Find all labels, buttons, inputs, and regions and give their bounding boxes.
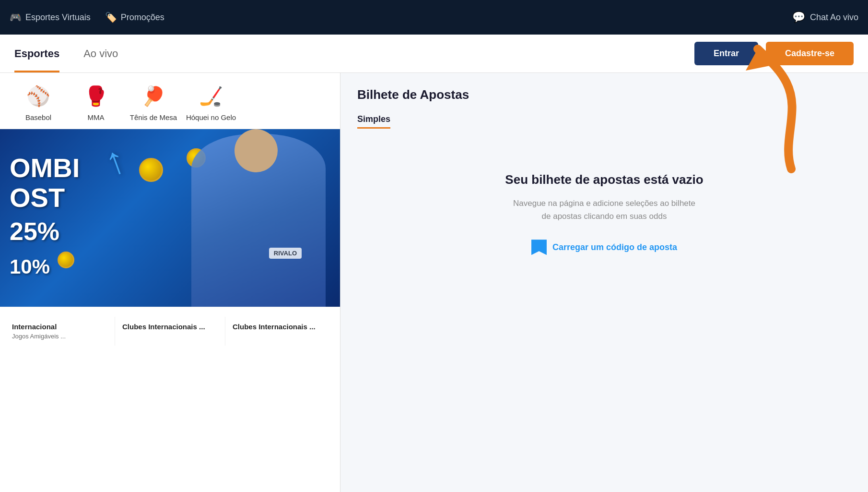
sport-item-basebol[interactable]: ⚾ Basebol — [10, 83, 67, 121]
match-card-1-title: Internacional — [12, 323, 107, 331]
match-card-3-title: Clubes Internacionais ... — [233, 323, 328, 331]
chat-icon: 💬 — [792, 11, 805, 24]
mma-label: MMA — [88, 113, 105, 121]
nav-tabs: Esportes Ao vivo — [14, 35, 118, 72]
tab-ao-vivo[interactable]: Ao vivo — [83, 35, 118, 72]
banner-title-ombi: OMBI — [10, 153, 80, 183]
top-navigation: 🎮 Esportes Virtuais 🏷️ Promoções 💬 Chat … — [0, 0, 868, 35]
top-nav-left: 🎮 Esportes Virtuais 🏷️ Promoções — [10, 12, 164, 23]
nav-item-promotions[interactable]: 🏷️ Promoções — [105, 12, 164, 23]
bet-empty-title: Seu bilhete de apostas está vazio — [367, 172, 842, 188]
bet-empty-section: Seu bilhete de apostas está vazio Navegu… — [357, 148, 851, 279]
promotions-icon: 🏷️ — [105, 12, 117, 23]
banner-percent-25: 25% — [10, 217, 80, 246]
match-card-2-title: Clubes Internacionais ... — [122, 323, 218, 331]
banner-title-ost: OST — [10, 183, 80, 213]
load-code-label: Carregar um código de aposta — [552, 242, 677, 252]
bookmark-icon — [531, 240, 547, 255]
mma-icon: 🥊 — [82, 83, 109, 109]
sport-item-hoquei-gelo[interactable]: 🏒 Hóquei no Gelo — [182, 83, 240, 121]
bet-empty-description: Navegue na página e adicione seleções ao… — [513, 197, 695, 223]
banner-text: OMBI OST 25% 10% — [10, 153, 80, 278]
rivalo-brand: RIVALO — [269, 248, 302, 259]
nav-item-virtual-sports[interactable]: 🎮 Esportes Virtuais — [10, 12, 91, 23]
tab-esportes[interactable]: Esportes — [14, 35, 59, 72]
banner-percent-10: 10% — [10, 255, 80, 278]
tenis-mesa-icon: 🏓 — [140, 83, 167, 109]
bet-tab-simples[interactable]: Simples — [357, 114, 390, 129]
hoquei-label: Hóquei no Gelo — [186, 113, 236, 121]
blue-arrow-decoration: ↑ — [98, 137, 131, 185]
chat-label: Chat Ao vivo — [810, 12, 858, 23]
sport-item-mma[interactable]: 🥊 MMA — [67, 83, 125, 121]
sport-item-tenis-mesa[interactable]: 🏓 Tênis de Mesa — [125, 83, 182, 121]
sports-icons-row: ⚾ Basebol 🥊 MMA 🏓 Tênis de Mesa 🏒 Hóquei… — [0, 73, 340, 129]
left-panel: ⚾ Basebol 🥊 MMA 🏓 Tênis de Mesa 🏒 Hóquei… — [0, 73, 340, 492]
load-code-button[interactable]: Carregar um código de aposta — [367, 240, 842, 255]
entrar-button[interactable]: Entrar — [694, 42, 758, 65]
virtual-sports-icon: 🎮 — [10, 12, 22, 23]
tenis-mesa-label: Tênis de Mesa — [130, 113, 177, 121]
cadastre-button[interactable]: Cadastre-se — [766, 42, 854, 65]
match-card-2[interactable]: Clubes Internacionais ... — [115, 317, 225, 346]
match-cards-row: Internacional Jogos Amigáveis ... Clubes… — [0, 307, 340, 355]
basebol-icon: ⚾ — [25, 83, 52, 109]
match-card-1-subtitle: Jogos Amigáveis ... — [12, 333, 107, 340]
banner-person: RIVALO — [158, 129, 340, 307]
hoquei-icon: 🏒 — [198, 83, 224, 109]
basebol-label: Basebol — [25, 113, 51, 121]
virtual-sports-label: Esportes Virtuais — [25, 12, 91, 23]
promo-banner: ↑ OMBI OST 25% 10% RIVALO — [0, 129, 340, 307]
bet-ticket-title: Bilhete de Apostas — [357, 87, 851, 102]
promotions-label: Promoções — [121, 12, 164, 23]
auth-buttons: Entrar Cadastre-se — [694, 42, 854, 65]
chat-live-button[interactable]: 💬 Chat Ao vivo — [792, 11, 858, 24]
match-card-1[interactable]: Internacional Jogos Amigáveis ... — [5, 317, 115, 346]
match-card-3[interactable]: Clubes Internacionais ... — [225, 317, 335, 346]
right-panel-bet-ticket: Bilhete de Apostas Simples Seu bilhete d… — [340, 73, 868, 492]
secondary-navigation: Esportes Ao vivo Entrar Cadastre-se — [0, 35, 868, 73]
main-content: ⚾ Basebol 🥊 MMA 🏓 Tênis de Mesa 🏒 Hóquei… — [0, 73, 868, 492]
